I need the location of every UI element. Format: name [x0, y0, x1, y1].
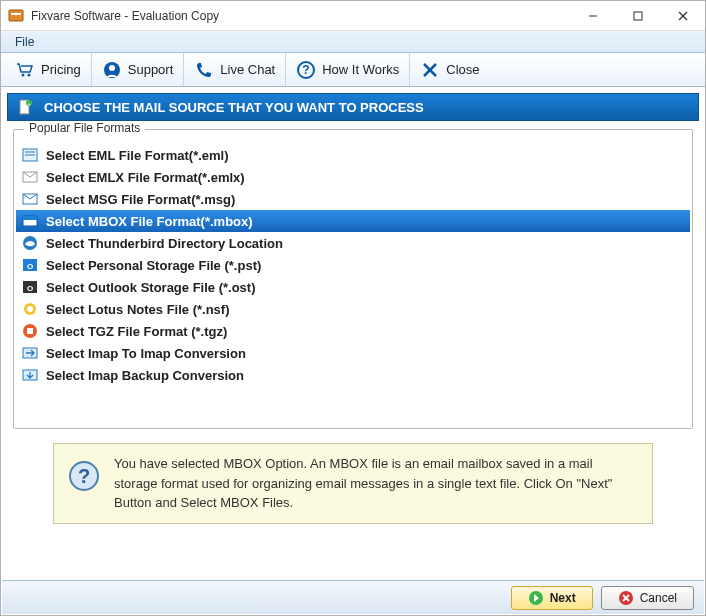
- format-item-label: Select Lotus Notes File (*.nsf): [46, 302, 229, 317]
- toolbar-support-label: Support: [128, 62, 174, 77]
- format-item-eml[interactable]: Select EML File Format(*.eml): [16, 144, 690, 166]
- mbox-icon: [22, 213, 38, 229]
- format-item-label: Select Imap Backup Conversion: [46, 368, 244, 383]
- toolbar: Pricing Support Live Chat ? How It Works…: [1, 53, 705, 87]
- format-item-msg[interactable]: Select MSG File Format(*.msg): [16, 188, 690, 210]
- svg-rect-0: [9, 10, 23, 21]
- svg-rect-3: [634, 12, 642, 20]
- svg-rect-1: [11, 13, 21, 15]
- svg-point-7: [28, 73, 31, 76]
- cancel-icon: [618, 590, 634, 606]
- format-item-ost[interactable]: OSelect Outlook Storage File (*.ost): [16, 276, 690, 298]
- next-button[interactable]: Next: [511, 586, 593, 610]
- svg-text:?: ?: [78, 465, 90, 487]
- format-item-label: Select EML File Format(*.eml): [46, 148, 229, 163]
- titlebar: Fixvare Software - Evaluation Copy: [1, 1, 705, 31]
- eml-icon: [22, 147, 38, 163]
- format-item-label: Select Thunderbird Directory Location: [46, 236, 283, 251]
- msg-icon: [22, 191, 38, 207]
- pst-icon: O: [22, 257, 38, 273]
- menu-file[interactable]: File: [7, 33, 42, 51]
- menubar: File: [1, 31, 705, 53]
- emlx-icon: [22, 169, 38, 185]
- tgz-icon: [22, 323, 38, 339]
- format-item-label: Select MSG File Format(*.msg): [46, 192, 235, 207]
- info-message: You have selected MBOX Option. An MBOX f…: [114, 454, 638, 513]
- section-header: + CHOOSE THE MAIL SOURCE THAT YOU WANT T…: [7, 93, 699, 121]
- format-item-thunderbird[interactable]: Select Thunderbird Directory Location: [16, 232, 690, 254]
- toolbar-pricing-label: Pricing: [41, 62, 81, 77]
- svg-point-9: [109, 65, 115, 71]
- support-icon: [102, 60, 122, 80]
- format-item-label: Select MBOX File Format(*.mbox): [46, 214, 253, 229]
- document-icon: +: [16, 98, 34, 116]
- svg-text:+: +: [28, 101, 31, 107]
- minimize-button[interactable]: [570, 1, 615, 31]
- format-item-pst[interactable]: OSelect Personal Storage File (*.pst): [16, 254, 690, 276]
- svg-point-6: [22, 73, 25, 76]
- toolbar-howitworks-label: How It Works: [322, 62, 399, 77]
- imap-backup-icon: [22, 367, 38, 383]
- format-item-emlx[interactable]: Select EMLX File Format(*.emlx): [16, 166, 690, 188]
- window-title: Fixvare Software - Evaluation Copy: [31, 9, 570, 23]
- app-icon: [7, 7, 25, 25]
- format-item-lotus[interactable]: Select Lotus Notes File (*.nsf): [16, 298, 690, 320]
- toolbar-support[interactable]: Support: [92, 53, 185, 86]
- format-item-label: Select Personal Storage File (*.pst): [46, 258, 261, 273]
- close-window-button[interactable]: [660, 1, 705, 31]
- format-item-mbox[interactable]: Select MBOX File Format(*.mbox): [16, 210, 690, 232]
- cart-icon: [15, 60, 35, 80]
- toolbar-close-label: Close: [446, 62, 479, 77]
- svg-text:?: ?: [303, 63, 310, 77]
- svg-text:O: O: [27, 284, 33, 293]
- close-icon: [420, 60, 440, 80]
- lotus-icon: [22, 301, 38, 317]
- format-item-tgz[interactable]: Select TGZ File Format (*.tgz): [16, 320, 690, 342]
- info-question-icon: ?: [68, 460, 100, 492]
- maximize-button[interactable]: [615, 1, 660, 31]
- imap-icon: [22, 345, 38, 361]
- svg-text:O: O: [27, 262, 33, 271]
- toolbar-close[interactable]: Close: [410, 53, 489, 86]
- phone-icon: [194, 60, 214, 80]
- formats-groupbox: Popular File Formats Select EML File For…: [13, 129, 693, 429]
- toolbar-pricing[interactable]: Pricing: [5, 53, 92, 86]
- svg-rect-23: [23, 216, 37, 220]
- question-icon: ?: [296, 60, 316, 80]
- section-header-text: CHOOSE THE MAIL SOURCE THAT YOU WANT TO …: [44, 100, 424, 115]
- format-item-label: Select Imap To Imap Conversion: [46, 346, 246, 361]
- toolbar-livechat-label: Live Chat: [220, 62, 275, 77]
- next-arrow-icon: [528, 590, 544, 606]
- next-button-label: Next: [550, 591, 576, 605]
- format-item-imap-backup[interactable]: Select Imap Backup Conversion: [16, 364, 690, 386]
- ost-icon: O: [22, 279, 38, 295]
- toolbar-livechat[interactable]: Live Chat: [184, 53, 286, 86]
- toolbar-howitworks[interactable]: ? How It Works: [286, 53, 410, 86]
- format-list: Select EML File Format(*.eml)Select EMLX…: [16, 144, 690, 386]
- format-item-imap[interactable]: Select Imap To Imap Conversion: [16, 342, 690, 364]
- svg-point-30: [27, 306, 33, 312]
- svg-rect-32: [27, 328, 33, 334]
- thunderbird-icon: [22, 235, 38, 251]
- format-item-label: Select TGZ File Format (*.tgz): [46, 324, 227, 339]
- cancel-button[interactable]: Cancel: [601, 586, 694, 610]
- format-item-label: Select EMLX File Format(*.emlx): [46, 170, 245, 185]
- format-item-label: Select Outlook Storage File (*.ost): [46, 280, 255, 295]
- groupbox-legend: Popular File Formats: [24, 121, 145, 135]
- bottom-bar: Next Cancel: [2, 580, 704, 614]
- info-box: ? You have selected MBOX Option. An MBOX…: [53, 443, 653, 524]
- cancel-button-label: Cancel: [640, 591, 677, 605]
